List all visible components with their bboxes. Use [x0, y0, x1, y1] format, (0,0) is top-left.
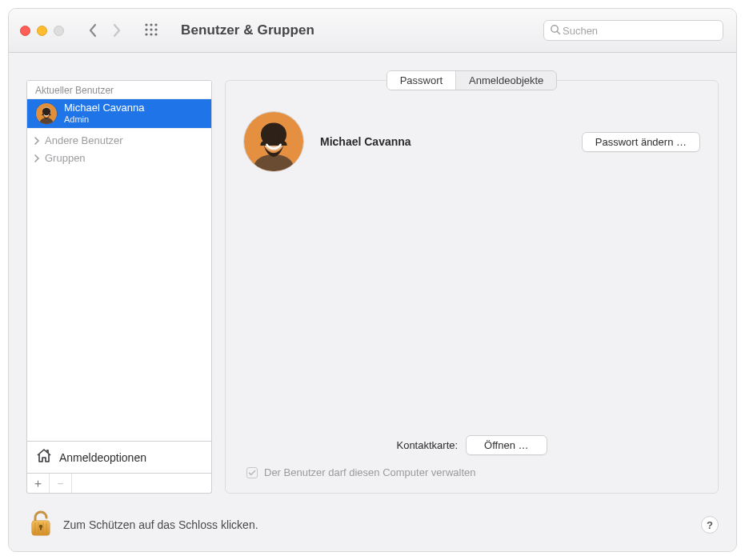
groups-row[interactable]: Gruppen	[27, 152, 211, 170]
user-role: Admin	[64, 114, 144, 125]
svg-point-3	[145, 28, 147, 30]
window-title: Benutzer & Gruppen	[181, 22, 314, 38]
svg-point-16	[278, 135, 280, 138]
lock-icon[interactable]	[30, 510, 52, 540]
avatar	[35, 102, 58, 125]
admin-checkbox	[246, 467, 258, 478]
user-name: Michael Cavanna	[64, 102, 144, 114]
tab-password[interactable]: Passwort	[387, 71, 455, 90]
zoom-window-button	[54, 26, 64, 36]
help-button[interactable]: ?	[701, 516, 719, 534]
search-icon	[550, 24, 561, 38]
user-list: Aktueller Benutzer	[26, 80, 212, 442]
forward-button[interactable]	[112, 23, 122, 38]
change-password-button[interactable]: Passwort ändern …	[582, 132, 700, 152]
show-all-prefs-button[interactable]	[144, 22, 158, 39]
svg-point-7	[150, 33, 152, 35]
svg-rect-24	[40, 526, 42, 530]
footer: Zum Schützen auf das Schloss klicken. ?	[9, 502, 736, 551]
search-input[interactable]	[561, 24, 717, 38]
titlebar: Benutzer & Gruppen	[9, 9, 736, 53]
admin-checkbox-label: Der Benutzer darf diesen Computer verwal…	[264, 466, 475, 478]
tab-login-items[interactable]: Anmeldeobjekte	[455, 71, 556, 90]
login-options-label: Anmeldeoptionen	[59, 451, 146, 464]
back-button[interactable]	[88, 23, 98, 38]
user-row-current[interactable]: Michael Cavanna Admin	[27, 99, 211, 128]
house-icon	[35, 448, 53, 466]
login-options-button[interactable]: Anmeldeoptionen	[26, 442, 212, 474]
svg-point-4	[150, 28, 152, 30]
traffic-lights	[20, 26, 64, 36]
lock-hint-text: Zum Schützen auf das Schloss klicken.	[63, 518, 258, 531]
svg-point-8	[154, 33, 157, 35]
svg-point-2	[154, 23, 157, 26]
profile-avatar[interactable]	[243, 111, 304, 172]
svg-point-0	[145, 23, 147, 26]
other-users-label: Andere Benutzer	[45, 134, 123, 146]
admin-checkbox-row: Der Benutzer darf diesen Computer verwal…	[243, 466, 700, 478]
open-contact-card-button[interactable]: Öffnen …	[466, 435, 547, 455]
svg-point-15	[267, 135, 270, 138]
groups-label: Gruppen	[45, 152, 86, 164]
search-field[interactable]	[543, 20, 723, 41]
add-user-button[interactable]: ＋	[27, 474, 50, 493]
minimize-window-button[interactable]	[37, 26, 47, 36]
main-panel: Passwort Anmeldeobjekte	[225, 80, 719, 494]
svg-point-1	[150, 23, 152, 26]
svg-point-5	[154, 28, 157, 30]
other-users-row[interactable]: Andere Benutzer	[27, 128, 211, 152]
remove-user-button: －	[50, 474, 72, 493]
tabs: Passwort Anmeldeobjekte	[387, 70, 558, 90]
current-user-header: Aktueller Benutzer	[27, 81, 211, 99]
profile-user-name: Michael Cavanna	[320, 135, 566, 148]
close-window-button[interactable]	[20, 26, 30, 36]
svg-line-10	[557, 31, 559, 34]
svg-point-6	[145, 33, 147, 35]
add-remove-bar: ＋ －	[26, 474, 212, 494]
contact-card-label: Kontaktkarte:	[396, 439, 458, 451]
nav-arrows	[88, 23, 122, 38]
prefs-window: Benutzer & Gruppen Aktueller Benutzer	[8, 8, 737, 552]
sidebar: Aktueller Benutzer	[26, 80, 212, 494]
